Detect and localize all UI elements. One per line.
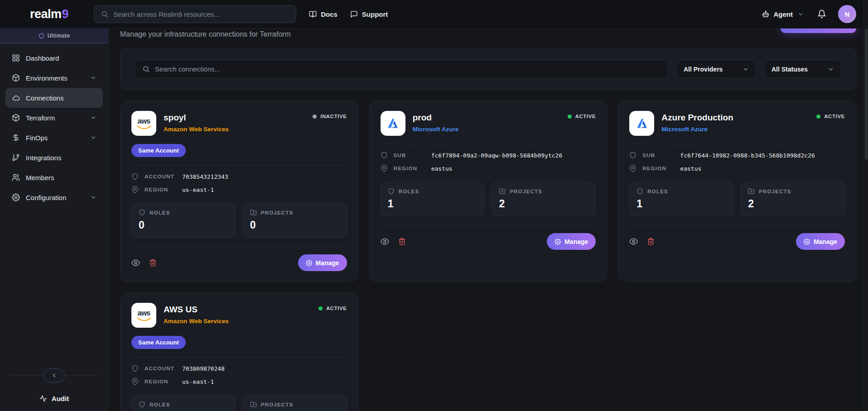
chevron-left-icon xyxy=(51,373,57,378)
page-scrollbar[interactable] xyxy=(863,0,868,411)
status-filter-select[interactable]: All Statuses xyxy=(764,60,841,78)
sidebar-item-integrations[interactable]: Integrations xyxy=(5,148,103,167)
aws-logo: aws xyxy=(131,111,156,136)
projects-stat: PROJECTS 2 xyxy=(492,182,596,216)
status-dot xyxy=(816,115,820,119)
sidebar-collapse-button[interactable] xyxy=(43,368,65,382)
connection-card: prod Microsoft Azure ACTIVE SUB fc6f7894… xyxy=(369,100,608,282)
agent-menu[interactable]: Agent xyxy=(762,10,804,18)
roles-stat: ROLES 1 xyxy=(381,182,485,216)
chevron-down-icon xyxy=(743,66,749,72)
sidebar-item-configuration[interactable]: Configuration xyxy=(5,187,103,207)
provider-name: Microsoft Azure xyxy=(661,126,733,133)
filter-panel: All Providers All Statuses xyxy=(120,48,856,90)
dollar-icon xyxy=(12,134,20,142)
roles-stat: ROLES 1 xyxy=(629,182,733,216)
chevron-down-icon xyxy=(90,194,96,201)
sparkle-icon: ✦ xyxy=(62,10,65,14)
status-badge: ACTIVE xyxy=(816,114,845,119)
manage-button[interactable]: Manage xyxy=(298,254,347,271)
search-icon xyxy=(101,10,108,18)
dashboard-grid-icon xyxy=(12,54,20,62)
shield-icon xyxy=(629,152,637,159)
gear-icon xyxy=(12,193,20,201)
sidebar-item-finops[interactable]: FinOps xyxy=(5,128,103,148)
connection-card: aws spoyl Amazon Web Services INACTIVE S… xyxy=(120,100,358,282)
chevron-down-icon xyxy=(828,66,834,72)
connection-name: Azure Production xyxy=(661,111,733,123)
manage-button[interactable]: Manage xyxy=(796,233,845,250)
global-search[interactable] xyxy=(94,5,296,23)
folder-cog-icon xyxy=(499,188,506,195)
search-icon xyxy=(142,65,150,73)
sidebar-item-audit[interactable]: Audit xyxy=(0,389,108,407)
divider xyxy=(629,225,845,226)
connections-search-input[interactable] xyxy=(155,65,661,73)
provider-filter-select[interactable]: All Providers xyxy=(676,60,756,78)
delete-connection-button[interactable] xyxy=(398,238,406,245)
git-branch-icon xyxy=(12,153,20,162)
status-dot xyxy=(313,115,317,119)
scrollbar-thumb[interactable] xyxy=(865,29,868,160)
users-icon xyxy=(12,173,20,182)
status-dot xyxy=(568,115,572,119)
manage-button[interactable]: Manage xyxy=(547,233,596,250)
connection-card: aws AWS US Amazon Web Services ACTIVE Sa… xyxy=(120,292,358,411)
folder-cog-icon xyxy=(250,209,257,216)
gear-icon xyxy=(306,260,312,266)
sidebar-item-members[interactable]: Members xyxy=(5,167,103,187)
folder-cog-icon xyxy=(250,401,257,408)
docs-button[interactable]: Docs xyxy=(309,10,338,18)
cube-icon xyxy=(12,74,20,82)
shield-icon xyxy=(39,33,44,39)
chevron-down-icon xyxy=(90,75,96,81)
view-connection-button[interactable] xyxy=(381,237,389,246)
map-pin-icon xyxy=(131,378,139,385)
sidebar-item-dashboard[interactable]: Dashboard xyxy=(5,48,103,68)
delete-connection-button[interactable] xyxy=(149,259,157,267)
chevron-down-icon xyxy=(90,134,96,141)
user-avatar[interactable]: N xyxy=(838,5,856,23)
bell-icon[interactable] xyxy=(817,10,826,19)
sidebar-item-environments[interactable]: Environments xyxy=(5,68,103,88)
view-connection-button[interactable] xyxy=(629,237,638,246)
connection-name: prod xyxy=(413,111,459,123)
map-pin-icon xyxy=(629,165,637,172)
global-search-input[interactable] xyxy=(113,10,289,18)
delete-connection-button[interactable] xyxy=(647,238,655,245)
support-button[interactable]: Support xyxy=(350,10,388,18)
provider-name: Amazon Web Services xyxy=(164,318,229,325)
divider xyxy=(381,144,596,144)
plan-badge: Ultimate xyxy=(0,29,108,43)
gear-icon xyxy=(555,239,561,245)
shield-icon xyxy=(131,365,139,372)
divider xyxy=(629,144,845,144)
status-badge: ACTIVE xyxy=(318,306,347,311)
connection-card: Azure Production Microsoft Azure ACTIVE … xyxy=(618,100,856,282)
roles-stat: ROLES xyxy=(131,395,236,411)
projects-stat: PROJECTS 2 xyxy=(741,182,845,216)
shield-icon xyxy=(381,152,388,159)
same-account-badge: Same Account xyxy=(131,144,186,157)
same-account-badge: Same Account xyxy=(131,336,186,349)
view-connection-button[interactable] xyxy=(131,258,140,267)
sidebar-item-connections[interactable]: Connections xyxy=(5,88,103,108)
shield-icon xyxy=(131,173,139,180)
app-logo: realm✦9 xyxy=(30,7,68,21)
status-badge: ACTIVE xyxy=(568,114,596,119)
connections-search[interactable] xyxy=(135,60,668,78)
activity-icon xyxy=(39,395,47,402)
sidebar-item-terraform[interactable]: Terraform xyxy=(5,108,103,128)
divider xyxy=(131,247,347,247)
cube-icon xyxy=(12,114,20,122)
main-content: Connections Manage your infrastructure c… xyxy=(109,0,868,411)
page-subtitle: Manage your infrastructure connections f… xyxy=(120,30,291,38)
shield-icon xyxy=(637,188,643,195)
shield-icon xyxy=(388,188,395,195)
aws-logo: aws xyxy=(131,303,156,328)
chevron-down-icon xyxy=(90,115,96,121)
divider xyxy=(381,225,596,226)
projects-stat: PROJECTS 0 xyxy=(243,203,347,238)
map-pin-icon xyxy=(131,186,139,193)
book-icon xyxy=(309,10,317,18)
